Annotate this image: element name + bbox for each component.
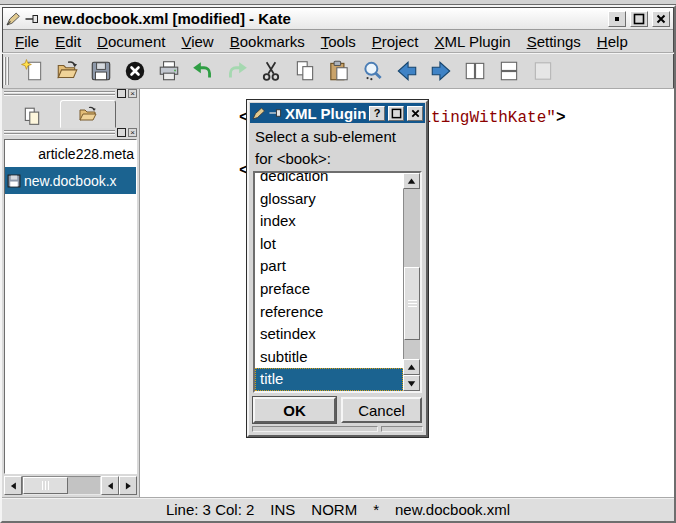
- close-icon: [410, 108, 421, 119]
- close-view-icon: [531, 59, 555, 83]
- status-norm: NORM: [311, 501, 357, 518]
- forward-icon: [429, 59, 453, 83]
- find-icon: [361, 59, 385, 83]
- dock-float-button[interactable]: [117, 89, 126, 98]
- sidebar-hscrollbar: [4, 476, 137, 495]
- dialog-help-button[interactable]: ?: [369, 106, 385, 121]
- floppy-icon: [7, 174, 21, 188]
- new-document-button[interactable]: [18, 56, 48, 86]
- documents-icon: [22, 106, 42, 126]
- pin-icon[interactable]: [25, 14, 39, 24]
- list-item-part[interactable]: part: [255, 255, 403, 278]
- toolbar-handle[interactable]: [4, 57, 10, 85]
- dialog-prompt-line-1: Select a sub-element: [255, 126, 420, 148]
- save-icon: [89, 59, 113, 83]
- close-view-button[interactable]: [528, 56, 558, 86]
- menu-view[interactable]: View: [174, 32, 220, 51]
- copy-button[interactable]: [290, 56, 320, 86]
- back-icon: [395, 59, 419, 83]
- status-modified-flag: *: [373, 501, 379, 518]
- save-button[interactable]: [86, 56, 116, 86]
- tab-file-selector[interactable]: [60, 100, 116, 128]
- forward-button[interactable]: [426, 56, 456, 86]
- close-document-button[interactable]: [120, 56, 150, 86]
- minimize-button[interactable]: [608, 11, 626, 27]
- split-vertical-icon: [463, 59, 487, 83]
- scroll-up-button-2[interactable]: [403, 359, 420, 375]
- print-button[interactable]: [154, 56, 184, 86]
- scroll-left-button-2[interactable]: [101, 476, 119, 495]
- split-horizontal-button[interactable]: [494, 56, 524, 86]
- scroll-left-button[interactable]: [4, 476, 22, 495]
- open-button[interactable]: [52, 56, 82, 86]
- file-label: article228.meta: [38, 146, 134, 162]
- screen: Shell No. 2 - Konsole new.docbook.xml [m…: [0, 0, 676, 523]
- maximize-icon: [633, 13, 645, 25]
- list-item-dedication[interactable]: dedication: [255, 173, 403, 188]
- new-document-icon: [21, 59, 45, 83]
- scroll-right-button[interactable]: [119, 476, 137, 495]
- list-item-subtitle[interactable]: subtitle: [255, 346, 403, 369]
- element-listbox: dedicationglossaryindexlotpartprefaceref…: [253, 171, 422, 393]
- menu-file[interactable]: File: [8, 32, 46, 51]
- dock-close-button[interactable]: ×: [128, 89, 137, 98]
- list-item-lot[interactable]: lot: [255, 233, 403, 256]
- menu-document[interactable]: Document: [90, 32, 172, 51]
- paste-button[interactable]: [324, 56, 354, 86]
- arrow-right-icon: [123, 481, 133, 491]
- dock-grip-inner[interactable]: ×: [2, 128, 139, 137]
- tab-document-list[interactable]: [6, 104, 58, 128]
- dialog-list: dedicationglossaryindexlotpartprefaceref…: [255, 173, 403, 391]
- scroll-down-button[interactable]: [403, 375, 420, 391]
- menu-settings[interactable]: Settings: [520, 32, 588, 51]
- menu-tools[interactable]: Tools: [314, 32, 363, 51]
- menu-xml-plugin[interactable]: XML Plugin: [427, 32, 517, 51]
- list-item-preface[interactable]: preface: [255, 278, 403, 301]
- minimize-icon: [611, 13, 623, 25]
- vscroll-thumb[interactable]: [404, 267, 420, 340]
- cancel-button[interactable]: Cancel: [341, 397, 422, 423]
- menu-bookmarks[interactable]: Bookmarks: [223, 32, 312, 51]
- dialog-titlebar[interactable]: XML Plugin ?: [250, 103, 425, 123]
- open-folder-icon: [55, 59, 79, 83]
- paste-icon: [327, 59, 351, 83]
- undo-button[interactable]: [188, 56, 218, 86]
- menu-project[interactable]: Project: [365, 32, 426, 51]
- dock-float-button[interactable]: [117, 128, 126, 137]
- list-item-index[interactable]: index: [255, 210, 403, 233]
- list-item-setindex[interactable]: setindex: [255, 323, 403, 346]
- close-button[interactable]: [652, 11, 670, 27]
- cut-button[interactable]: [256, 56, 286, 86]
- back-button[interactable]: [392, 56, 422, 86]
- arrow-up-icon: [406, 177, 417, 186]
- arrow-down-icon: [406, 379, 417, 388]
- ok-button[interactable]: OK: [253, 397, 336, 423]
- list-item-glossary[interactable]: glossary: [255, 188, 403, 211]
- list-item-reference[interactable]: reference: [255, 301, 403, 324]
- titlebar[interactable]: new.docbook.xml [modified] - Kate: [3, 8, 673, 30]
- menu-edit[interactable]: Edit: [48, 32, 88, 51]
- vscroll-track[interactable]: [403, 189, 420, 359]
- scroll-up-button[interactable]: [403, 173, 420, 189]
- hscroll-thumb[interactable]: [23, 477, 68, 494]
- menu-help[interactable]: Help: [590, 32, 635, 51]
- maximize-button[interactable]: [630, 11, 648, 27]
- file-row-article228[interactable]: article228.meta: [5, 140, 136, 167]
- dock-close-button[interactable]: ×: [128, 128, 137, 137]
- xml-tag-close-bracket: >: [556, 109, 566, 127]
- dock-grip-top[interactable]: ×: [2, 89, 139, 98]
- list-item-title[interactable]: title: [255, 368, 403, 391]
- pin-icon[interactable]: [269, 108, 282, 118]
- find-button[interactable]: [358, 56, 388, 86]
- redo-button[interactable]: [222, 56, 252, 86]
- hscroll-track[interactable]: [22, 476, 101, 495]
- split-vertical-button[interactable]: [460, 56, 490, 86]
- arrow-left-icon: [105, 481, 115, 491]
- split-horizontal-icon: [497, 59, 521, 83]
- dialog-maximize-button[interactable]: [388, 106, 404, 121]
- file-row-new-docbook[interactable]: new.docbook.x: [5, 167, 136, 194]
- dialog-close-button[interactable]: [407, 106, 423, 121]
- file-label: new.docbook.x: [24, 173, 117, 189]
- sidebar: × × article228.meta ne: [2, 89, 140, 497]
- xml-plugin-dialog: XML Plugin ? Select a sub-element for <b…: [247, 100, 428, 437]
